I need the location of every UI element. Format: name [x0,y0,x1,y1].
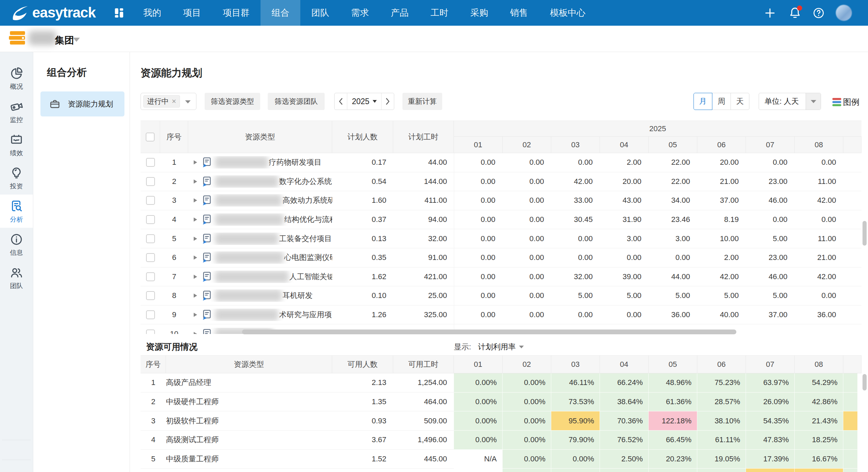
monthly-value-07: 5.00 [746,234,795,243]
toggle-month[interactable]: 月 [694,93,712,110]
project-icon [201,176,212,187]
rail-divider [2,440,31,440]
expand-caret-icon[interactable] [194,179,197,184]
nav-item-portfolio[interactable]: 组合 [261,0,300,26]
expand-caret-icon[interactable] [194,237,197,241]
unit-select[interactable]: 单位: 人天 [759,93,821,110]
availability-table-header: 序号 资源类型 可用人数 可用工时 0102030405060708 [141,355,861,373]
rail-item-performance[interactable]: 绩效 [0,128,33,161]
nav-item-product[interactable]: 产品 [380,0,420,26]
status-filter-select[interactable]: 进行中 × [141,93,196,110]
utilization-cell-06: 61.11% [697,431,746,450]
row-checkbox[interactable] [146,291,155,300]
select-all-checkbox[interactable] [146,133,155,141]
monthly-value-02: 0.00 [503,196,552,205]
utilization-cell-04 [600,469,649,472]
resource-name: 数字化办公系统集成... [279,176,332,187]
project-icon [201,271,212,283]
panel-item-resource-capacity[interactable]: 资源能力规划 [40,91,124,116]
nav-item-requirement[interactable]: 需求 [340,0,380,26]
avail-hours: 1,254.00 [393,373,454,393]
resource-name: 疗药物研发项目 [269,157,322,167]
plan-count: 0.35 [332,253,393,262]
org-dropdown-caret-icon[interactable] [73,38,80,42]
row-checkbox[interactable] [146,234,155,243]
row-checkbox[interactable] [146,272,155,281]
horizontal-scrollbar[interactable] [141,329,861,335]
monthly-values: 0.000.000.002.0022.0020.000.000.00 [454,153,861,172]
vertical-scrollbar-thumb[interactable] [863,374,867,390]
status-tag[interactable]: 进行中 × [143,95,180,108]
row-checkbox[interactable] [146,310,155,319]
resource-name: 初级软件工程师 [166,411,332,431]
expand-caret-icon[interactable] [194,294,197,298]
row-checkbox[interactable] [146,196,155,205]
expand-caret-icon[interactable] [194,275,197,279]
toggle-day[interactable]: 天 [731,93,749,110]
monthly-value-04: 0.00 [600,253,649,262]
expand-caret-icon[interactable] [194,198,197,202]
utilization-cell-01: 0.00% [454,411,503,431]
col-header-resource-type: 资源类型 [188,121,332,153]
add-icon[interactable] [764,7,776,19]
next-year-button[interactable] [382,93,394,110]
notifications-bell-icon[interactable] [788,6,801,20]
rail-item-analysis[interactable]: 分析 [0,195,33,228]
nav-item-program[interactable]: 项目群 [212,0,261,26]
apps-grid-icon[interactable] [113,7,125,18]
remove-tag-icon[interactable]: × [172,97,176,106]
help-icon[interactable] [812,7,825,19]
recalculate-button[interactable]: 重新计算 [402,93,442,110]
nav-item-procurement[interactable]: 采购 [459,0,499,26]
rail-item-team[interactable]: 团队 [0,261,33,294]
year-select[interactable]: 2025 [347,93,382,110]
avail-hours [393,469,454,472]
row-checkbox[interactable] [146,253,155,262]
resource-name-cell: 术研究与应用项目 [188,309,332,321]
checkbox-cell [141,215,160,224]
filter-resource-team-button[interactable]: 筛选资源团队 [268,93,325,110]
redacted-text [215,271,289,283]
unit-caret-box[interactable] [806,93,821,110]
expand-caret-icon[interactable] [194,218,197,222]
plan-count: 0.37 [332,215,393,224]
redacted-text [215,156,268,169]
nav-item-project[interactable]: 项目 [172,0,212,26]
row-checkbox[interactable] [146,215,155,224]
expand-caret-icon[interactable] [194,160,197,164]
user-avatar[interactable] [836,5,852,21]
nav-item-my[interactable]: 我的 [132,0,172,26]
row-checkbox[interactable] [146,158,155,167]
row-checkbox[interactable] [146,177,155,186]
prev-year-button[interactable] [335,93,347,110]
horizontal-scrollbar-thumb[interactable] [242,330,736,334]
resource-name: 高级测试工程师 [166,431,332,450]
expand-caret-icon[interactable] [194,256,197,260]
monthly-value-08: 0.00 [795,215,844,224]
monthly-value-06: 10.00 [698,234,746,243]
nav-item-sales[interactable]: 销售 [499,0,539,26]
nav-item-team[interactable]: 团队 [300,0,340,26]
rail-item-investment[interactable]: 投资 [0,161,33,195]
vertical-scrollbar-thumb[interactable] [863,221,867,246]
filter-resource-type-button[interactable]: 筛选资源类型 [205,93,260,110]
nav-item-template-center[interactable]: 模板中心 [539,0,596,26]
rail-item-overview[interactable]: 概况 [0,62,33,95]
resource-name-cell: 疗药物研发项目 [188,156,332,169]
toggle-week[interactable]: 周 [712,93,731,110]
logo[interactable]: easytrack [10,3,96,22]
utilization-cell-04: 70.36% [600,411,649,431]
month-header-05: 05 [649,137,697,153]
legend-button[interactable]: 图例 [832,97,859,108]
legend-icon [832,97,841,107]
rail-item-info[interactable]: 信息 [0,228,33,261]
monthly-value-02: 0.00 [503,272,552,281]
rail-item-monitor[interactable]: 监控 [0,95,33,128]
org-name[interactable]: 集团 [55,34,74,47]
monthly-value-06: 5.00 [698,291,746,300]
monthly-value-08: 21.00 [795,253,844,262]
utilization-cell-01: 0.00% [454,431,503,450]
display-mode-select[interactable]: 显示: 计划利用率 [454,342,524,352]
nav-item-timesheet[interactable]: 工时 [420,0,459,26]
expand-caret-icon[interactable] [194,313,197,317]
